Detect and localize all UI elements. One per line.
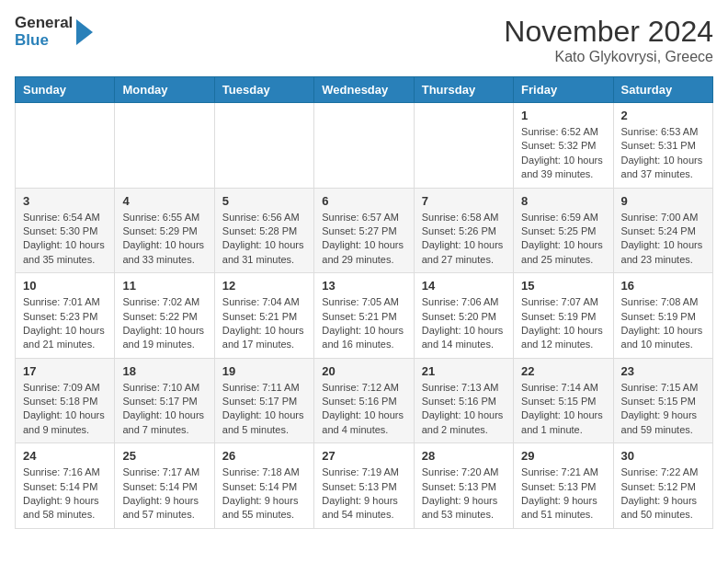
day-info: Sunrise: 6:54 AM Sunset: 5:30 PM Dayligh… [23,211,107,268]
week-row-3: 10Sunrise: 7:01 AM Sunset: 5:23 PM Dayli… [16,273,713,359]
day-info: Sunrise: 7:05 AM Sunset: 5:21 PM Dayligh… [322,295,405,352]
day-info: Sunrise: 7:10 AM Sunset: 5:17 PM Dayligh… [122,381,206,438]
day-info: Sunrise: 6:58 AM Sunset: 5:26 PM Dayligh… [422,211,506,268]
table-cell: 22Sunrise: 7:14 AM Sunset: 5:15 PM Dayli… [514,358,613,443]
table-cell: 1Sunrise: 6:52 AM Sunset: 5:32 PM Daylig… [514,103,613,189]
table-cell: 8Sunrise: 6:59 AM Sunset: 5:25 PM Daylig… [514,188,613,273]
col-friday: Friday [514,77,613,103]
week-row-5: 24Sunrise: 7:16 AM Sunset: 5:14 PM Dayli… [16,443,713,529]
table-cell: 13Sunrise: 7:05 AM Sunset: 5:21 PM Dayli… [314,273,414,359]
table-cell: 14Sunrise: 7:06 AM Sunset: 5:20 PM Dayli… [414,273,513,359]
table-cell [214,103,313,189]
day-info: Sunrise: 7:09 AM Sunset: 5:18 PM Dayligh… [23,381,107,438]
day-number: 14 [422,279,506,293]
table-cell: 30Sunrise: 7:22 AM Sunset: 5:12 PM Dayli… [613,443,712,529]
day-info: Sunrise: 7:20 AM Sunset: 5:13 PM Dayligh… [422,465,506,523]
day-info: Sunrise: 7:19 AM Sunset: 5:13 PM Dayligh… [322,465,405,523]
table-cell: 28Sunrise: 7:20 AM Sunset: 5:13 PM Dayli… [414,443,513,529]
day-number: 4 [122,194,206,208]
day-number: 5 [222,194,306,208]
day-info: Sunrise: 7:02 AM Sunset: 5:22 PM Dayligh… [122,295,206,352]
day-number: 19 [222,364,306,378]
day-number: 16 [621,279,705,293]
day-number: 12 [222,279,306,293]
table-cell: 26Sunrise: 7:18 AM Sunset: 5:14 PM Dayli… [214,443,313,529]
table-cell: 29Sunrise: 7:21 AM Sunset: 5:13 PM Dayli… [514,443,613,529]
day-number: 21 [422,364,506,378]
week-row-4: 17Sunrise: 7:09 AM Sunset: 5:18 PM Dayli… [16,358,713,443]
day-number: 1 [521,109,605,122]
logo-arrow-icon [73,16,93,49]
day-number: 2 [621,109,705,122]
day-info: Sunrise: 7:00 AM Sunset: 5:24 PM Dayligh… [621,211,705,268]
table-cell: 16Sunrise: 7:08 AM Sunset: 5:19 PM Dayli… [613,273,712,359]
table-cell: 23Sunrise: 7:15 AM Sunset: 5:15 PM Dayli… [613,358,712,443]
page-header: General Blue November 2024 Kato Glykovry… [15,15,713,65]
col-saturday: Saturday [613,77,712,103]
table-cell: 10Sunrise: 7:01 AM Sunset: 5:23 PM Dayli… [16,273,115,359]
table-cell: 17Sunrise: 7:09 AM Sunset: 5:18 PM Dayli… [16,358,115,443]
table-cell: 21Sunrise: 7:13 AM Sunset: 5:16 PM Dayli… [414,358,513,443]
table-cell: 9Sunrise: 7:00 AM Sunset: 5:24 PM Daylig… [613,188,712,273]
table-cell: 12Sunrise: 7:04 AM Sunset: 5:21 PM Dayli… [214,273,313,359]
col-tuesday: Tuesday [214,77,313,103]
day-number: 13 [322,279,405,293]
logo: General Blue [15,15,93,49]
col-thursday: Thursday [414,77,513,103]
table-cell: 20Sunrise: 7:12 AM Sunset: 5:16 PM Dayli… [314,358,414,443]
header-row: Sunday Monday Tuesday Wednesday Thursday… [16,77,713,103]
table-cell [414,103,513,189]
day-number: 27 [322,449,405,463]
day-info: Sunrise: 7:13 AM Sunset: 5:16 PM Dayligh… [422,381,506,438]
day-number: 3 [23,194,107,208]
logo-general: General [15,15,73,32]
day-info: Sunrise: 6:57 AM Sunset: 5:27 PM Dayligh… [322,211,405,268]
table-cell: 27Sunrise: 7:19 AM Sunset: 5:13 PM Dayli… [314,443,414,529]
day-number: 20 [322,364,405,378]
table-cell: 4Sunrise: 6:55 AM Sunset: 5:29 PM Daylig… [115,188,214,273]
calendar-table: Sunday Monday Tuesday Wednesday Thursday… [15,76,713,529]
logo-blue: Blue [15,32,73,50]
table-cell: 6Sunrise: 6:57 AM Sunset: 5:27 PM Daylig… [314,188,414,273]
day-info: Sunrise: 6:59 AM Sunset: 5:25 PM Dayligh… [521,211,605,268]
day-number: 25 [122,449,206,463]
day-info: Sunrise: 6:52 AM Sunset: 5:32 PM Dayligh… [521,125,605,182]
day-number: 8 [521,194,605,208]
day-info: Sunrise: 7:17 AM Sunset: 5:14 PM Dayligh… [122,465,206,523]
table-cell: 7Sunrise: 6:58 AM Sunset: 5:26 PM Daylig… [414,188,513,273]
day-info: Sunrise: 6:53 AM Sunset: 5:31 PM Dayligh… [621,125,705,182]
table-cell: 11Sunrise: 7:02 AM Sunset: 5:22 PM Dayli… [115,273,214,359]
day-number: 29 [521,449,605,463]
table-cell: 19Sunrise: 7:11 AM Sunset: 5:17 PM Dayli… [214,358,313,443]
day-number: 9 [621,194,705,208]
location-title: Kato Glykovrysi, Greece [504,49,713,65]
day-info: Sunrise: 7:06 AM Sunset: 5:20 PM Dayligh… [422,295,506,352]
day-info: Sunrise: 7:08 AM Sunset: 5:19 PM Dayligh… [621,295,705,352]
table-cell: 2Sunrise: 6:53 AM Sunset: 5:31 PM Daylig… [613,103,712,189]
table-cell: 3Sunrise: 6:54 AM Sunset: 5:30 PM Daylig… [16,188,115,273]
day-number: 22 [521,364,605,378]
week-row-2: 3Sunrise: 6:54 AM Sunset: 5:30 PM Daylig… [16,188,713,273]
day-info: Sunrise: 7:01 AM Sunset: 5:23 PM Dayligh… [23,295,107,352]
day-number: 18 [122,364,206,378]
day-info: Sunrise: 7:16 AM Sunset: 5:14 PM Dayligh… [23,465,107,523]
table-cell: 5Sunrise: 6:56 AM Sunset: 5:28 PM Daylig… [214,188,313,273]
day-number: 6 [322,194,405,208]
col-sunday: Sunday [16,77,115,103]
table-cell: 18Sunrise: 7:10 AM Sunset: 5:17 PM Dayli… [115,358,214,443]
month-title: November 2024 [504,15,713,49]
day-number: 24 [23,449,107,463]
day-info: Sunrise: 7:04 AM Sunset: 5:21 PM Dayligh… [222,295,306,352]
day-info: Sunrise: 7:22 AM Sunset: 5:12 PM Dayligh… [621,465,705,523]
table-cell: 24Sunrise: 7:16 AM Sunset: 5:14 PM Dayli… [16,443,115,529]
svg-marker-0 [76,19,93,45]
day-info: Sunrise: 7:14 AM Sunset: 5:15 PM Dayligh… [521,381,605,438]
day-number: 10 [23,279,107,293]
table-cell [115,103,214,189]
table-cell: 25Sunrise: 7:17 AM Sunset: 5:14 PM Dayli… [115,443,214,529]
title-section: November 2024 Kato Glykovrysi, Greece [504,15,713,65]
week-row-1: 1Sunrise: 6:52 AM Sunset: 5:32 PM Daylig… [16,103,713,189]
day-number: 7 [422,194,506,208]
day-info: Sunrise: 7:12 AM Sunset: 5:16 PM Dayligh… [322,381,405,438]
day-number: 26 [222,449,306,463]
